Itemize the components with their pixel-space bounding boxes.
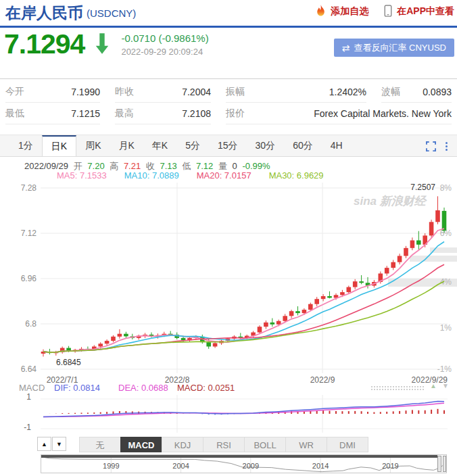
indicator-tab-MACD[interactable]: MACD — [120, 437, 162, 452]
period-tab-5分[interactable]: 5分 — [176, 135, 209, 156]
ma-readout: MA5: 7.1533MA10: 7.0889MA20: 7.0157MA30:… — [57, 170, 341, 181]
indicator-tab-RSI[interactable]: RSI — [203, 437, 245, 452]
stat-label: 最低 — [5, 108, 24, 120]
low-value: 7.12 — [196, 161, 213, 171]
pane-expand-icon[interactable]: ▲ — [430, 382, 437, 389]
quote-timestamp: 2022-09-29 20:09:24 — [121, 47, 208, 57]
svg-text:6.64: 6.64 — [21, 364, 37, 374]
indicator-row: ▲ ▼ 无MACDKDJRSIBOLLWRDMI — [0, 437, 457, 452]
stat-value: 1.2402% — [329, 87, 366, 97]
stat-cell: 振幅1.2402% — [226, 81, 366, 103]
svg-text:1: 1 — [26, 392, 31, 402]
svg-text:7.2507: 7.2507 — [410, 183, 435, 192]
usdcny-quote-page: 在岸人民币 (USDCNY) 添加自选 在APP中查看 — [0, 0, 457, 476]
add-watchlist-link[interactable]: 添加自选 — [331, 5, 368, 18]
period-tab-30分[interactable]: 30分 — [247, 135, 285, 156]
reverse-rate-button-label: 查看反向汇率 CNYUSD — [354, 42, 446, 54]
high-value: 7.21 — [124, 161, 141, 171]
stat-value: Forex Capital Markets. New York — [314, 108, 452, 119]
ma-readout-item: MA20: 7.0157 — [197, 170, 251, 181]
stat-label: 今开 — [5, 86, 24, 98]
period-tab-1分[interactable]: 1分 — [9, 135, 42, 156]
pane-collapse-icon[interactable]: ▼ — [442, 382, 449, 389]
ma-readout-item: MA10: 7.0889 — [124, 170, 179, 181]
stat-value: 7.2004 — [182, 87, 211, 97]
stat-label: 最高 — [115, 108, 134, 120]
pane-down-button[interactable]: ▼ — [52, 437, 66, 451]
stat-cell: 昨收7.2004 — [115, 81, 211, 103]
period-tab-15分[interactable]: 15分 — [209, 135, 247, 156]
stat-label: 波幅 — [381, 86, 400, 98]
reverse-rate-button[interactable]: ⇄ 查看反向汇率 CNYUSD — [334, 39, 454, 57]
ma-readout-item: MA5: 7.1533 — [57, 170, 107, 181]
quote-stats-table: 今开7.1990昨收7.2004振幅1.2402%波幅0.0893最低7.121… — [0, 78, 457, 124]
down-arrow-icon — [94, 33, 110, 57]
svg-text:2004: 2004 — [172, 462, 189, 470]
history-sparkline: 19992004200920142019 — [41, 455, 446, 473]
stat-cell: 最高7.2108 — [115, 103, 211, 124]
period-tab-周K[interactable]: 周K — [76, 135, 110, 156]
indicator-tab-WR[interactable]: WR — [285, 437, 327, 452]
period-tab-年K[interactable]: 年K — [143, 135, 176, 156]
stat-cell: 最低7.1215 — [5, 103, 100, 124]
period-tab-60分[interactable]: 60分 — [284, 135, 322, 156]
readout-date: 2022/09/29 — [24, 161, 68, 171]
period-tab-月K[interactable]: 月K — [110, 135, 143, 156]
fullscreen-icon[interactable] — [426, 141, 436, 151]
stat-cell: 今开7.1990 — [5, 81, 100, 103]
navigator-handle[interactable] — [437, 455, 446, 473]
phone-icon — [383, 5, 393, 18]
more-menu-icon[interactable] — [446, 141, 448, 152]
quote-block: 7.1294 -0.0710 (-0.9861%) 2022-09-29 20:… — [4, 28, 209, 60]
svg-text:7.28: 7.28 — [21, 183, 37, 193]
period-tabbar: 1分日K周K月K年K5分15分30分60分4H — [0, 135, 457, 157]
candlestick-chart[interactable]: sina 新浪财经7.287.126.966.86.648%6%4%1%-1%7… — [0, 180, 457, 385]
macd-chart[interactable]: 1-1 — [0, 391, 457, 435]
svg-text:8%: 8% — [440, 183, 452, 193]
page-header: 在岸人民币 (USDCNY) 添加自选 在APP中查看 — [0, 0, 457, 26]
svg-text:6.8: 6.8 — [25, 319, 37, 329]
svg-text:6.6845: 6.6845 — [56, 358, 81, 367]
swap-arrows-icon: ⇄ — [342, 43, 350, 53]
period-tab-日K[interactable]: 日K — [42, 135, 76, 156]
indicator-tab-无[interactable]: 无 — [79, 437, 121, 452]
stat-label: 昨收 — [115, 86, 134, 98]
stat-value: 7.1215 — [71, 108, 100, 119]
open-label: 开 — [74, 161, 82, 171]
volume-value: 0 — [233, 161, 237, 171]
stat-value: 7.2108 — [182, 108, 211, 119]
svg-text:1%: 1% — [440, 323, 452, 333]
volume-label: 量 — [218, 161, 227, 171]
svg-text:-1: -1 — [24, 423, 31, 432]
last-price: 7.1294 — [4, 28, 85, 60]
indicator-tab-DMI[interactable]: DMI — [327, 437, 368, 452]
low-label: 低 — [182, 161, 191, 171]
svg-text:2009: 2009 — [243, 462, 259, 470]
svg-text:-1%: -1% — [437, 364, 452, 374]
navigator-range-bar[interactable] — [41, 455, 437, 458]
pane-up-button[interactable]: ▲ — [37, 437, 51, 451]
close-label: 收 — [146, 161, 155, 171]
indicator-tab-KDJ[interactable]: KDJ — [162, 437, 203, 452]
flame-icon — [315, 5, 327, 18]
svg-text:2019: 2019 — [382, 462, 398, 470]
price-change: -0.0710 (-0.9861%) — [121, 32, 208, 44]
page-title: 在岸人民币 — [5, 3, 83, 24]
open-value: 7.20 — [87, 161, 104, 171]
stat-cell: 波幅0.0893 — [381, 81, 452, 103]
period-tab-4H[interactable]: 4H — [322, 135, 352, 156]
header-divider — [0, 26, 457, 28]
stat-label: 报价 — [226, 108, 245, 120]
svg-text:4%: 4% — [440, 277, 452, 287]
close-value: 7.13 — [160, 161, 176, 171]
history-navigator[interactable]: 19992004200920142019 — [41, 454, 447, 473]
high-label: 高 — [110, 161, 118, 171]
indicator-tab-BOLL[interactable]: BOLL — [244, 437, 286, 452]
symbol-label: (USDCNY) — [87, 7, 136, 19]
view-in-app-link[interactable]: 在APP中查看 — [397, 5, 454, 18]
svg-text:sina 新浪财经: sina 新浪财经 — [354, 195, 427, 208]
svg-text:1999: 1999 — [103, 462, 119, 470]
stat-value: 7.1990 — [71, 87, 100, 97]
svg-text:6.96: 6.96 — [21, 274, 37, 283]
svg-text:7.12: 7.12 — [21, 229, 37, 238]
